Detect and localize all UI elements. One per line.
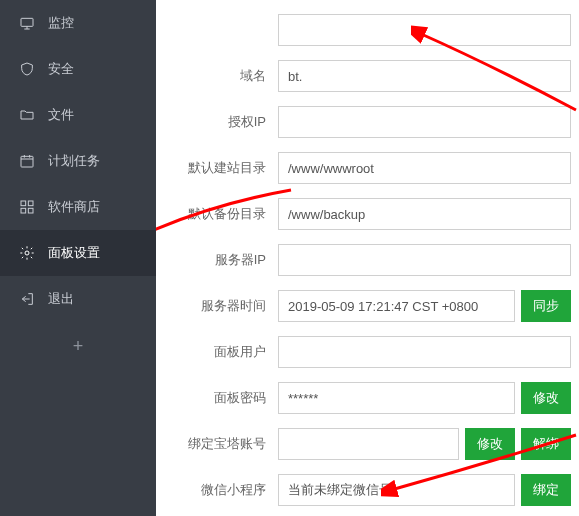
panel-user-input[interactable] — [278, 336, 571, 368]
gear-icon — [18, 244, 36, 262]
modify-bt-button[interactable]: 修改 — [465, 428, 515, 460]
sidebar-item-label: 安全 — [48, 60, 74, 78]
svg-rect-4 — [21, 208, 26, 213]
sidebar-item-files[interactable]: 文件 — [0, 92, 156, 138]
backup-dir-input[interactable] — [278, 198, 571, 230]
label-site-dir: 默认建站目录 — [156, 159, 266, 177]
sidebar-item-cron[interactable]: 计划任务 — [0, 138, 156, 184]
label-bind-bt: 绑定宝塔账号 — [156, 435, 266, 453]
bind-bt-value — [278, 428, 459, 460]
sync-button[interactable]: 同步 — [521, 290, 571, 322]
auth-ip-input[interactable] — [278, 106, 571, 138]
sidebar-item-label: 软件商店 — [48, 198, 100, 216]
sidebar-item-monitor[interactable]: 监控 — [0, 0, 156, 46]
sidebar-item-label: 监控 — [48, 14, 74, 32]
svg-rect-3 — [28, 201, 33, 206]
site-dir-input[interactable] — [278, 152, 571, 184]
panel-pwd-value: ****** — [278, 382, 515, 414]
shield-icon — [18, 60, 36, 78]
svg-point-6 — [25, 251, 29, 255]
sidebar-add[interactable]: + — [0, 322, 156, 371]
svg-rect-5 — [28, 208, 33, 213]
main-panel: 域名 授权IP 默认建站目录 默认备份目录 服务器IP 服务器时间 2019-0… — [156, 0, 579, 516]
exit-icon — [18, 290, 36, 308]
domain-input[interactable] — [278, 60, 571, 92]
svg-rect-2 — [21, 201, 26, 206]
sidebar-item-label: 计划任务 — [48, 152, 100, 170]
label-server-time: 服务器时间 — [156, 297, 266, 315]
calendar-icon — [18, 152, 36, 170]
wechat-value: 当前未绑定微信号 — [278, 474, 515, 506]
folder-icon — [18, 106, 36, 124]
unbind-bt-button[interactable]: 解绑 — [521, 428, 571, 460]
label-auth-ip: 授权IP — [156, 113, 266, 131]
label-wechat: 微信小程序 — [156, 481, 266, 499]
monitor-icon — [18, 14, 36, 32]
sidebar-item-label: 面板设置 — [48, 244, 100, 262]
sidebar-item-store[interactable]: 软件商店 — [0, 184, 156, 230]
server-ip-input[interactable] — [278, 244, 571, 276]
label-backup-dir: 默认备份目录 — [156, 205, 266, 223]
label-panel-pwd: 面板密码 — [156, 389, 266, 407]
sidebar: 监控 安全 文件 计划任务 软件商店 面板设置 退出 + — [0, 0, 156, 516]
label-domain: 域名 — [156, 67, 266, 85]
sidebar-item-security[interactable]: 安全 — [0, 46, 156, 92]
server-time-value: 2019-05-09 17:21:47 CST +0800 — [278, 290, 515, 322]
sidebar-item-exit[interactable]: 退出 — [0, 276, 156, 322]
svg-rect-0 — [21, 18, 33, 26]
sidebar-item-label: 退出 — [48, 290, 74, 308]
grid-icon — [18, 198, 36, 216]
label-server-ip: 服务器IP — [156, 251, 266, 269]
label-panel-user: 面板用户 — [156, 343, 266, 361]
sidebar-item-label: 文件 — [48, 106, 74, 124]
bind-wechat-button[interactable]: 绑定 — [521, 474, 571, 506]
svg-rect-1 — [21, 156, 33, 167]
modify-pwd-button[interactable]: 修改 — [521, 382, 571, 414]
sidebar-item-panel-settings[interactable]: 面板设置 — [0, 230, 156, 276]
